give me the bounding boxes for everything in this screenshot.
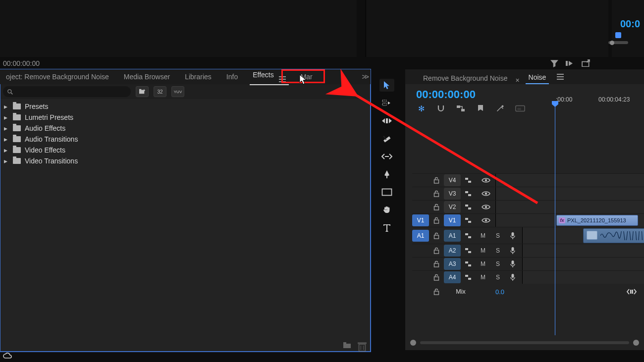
track-select-tool[interactable]	[379, 97, 394, 109]
track-target[interactable]: V3	[444, 188, 461, 200]
32bit-filter-icon[interactable]: 32	[154, 86, 166, 97]
insert-overwrite-icon[interactable]: ✻	[416, 104, 426, 113]
selection-tool[interactable]	[379, 79, 394, 92]
hand-tool[interactable]	[379, 204, 394, 216]
tab-media-browser[interactable]: Media Browser	[121, 71, 173, 83]
solo-button[interactable]: S	[490, 232, 505, 239]
sync-lock-icon[interactable]	[461, 191, 476, 197]
track-target[interactable]: A4	[444, 271, 461, 283]
timeline-ruler[interactable]: :00:00 00:00:04:23	[554, 96, 644, 109]
linked-selection-icon[interactable]	[456, 104, 466, 113]
lock-icon[interactable]	[429, 204, 444, 210]
track-source[interactable]	[412, 174, 429, 186]
sync-lock-icon[interactable]	[461, 204, 476, 210]
type-tool[interactable]	[379, 221, 394, 234]
track-source[interactable]: V1	[412, 214, 429, 226]
program-scrub-marker[interactable]	[608, 32, 628, 44]
slip-tool[interactable]	[379, 150, 394, 163]
export-frame-icon[interactable]	[582, 60, 590, 67]
creative-cloud-icon[interactable]	[2, 351, 13, 360]
settings-icon[interactable]	[495, 104, 505, 113]
zoom-knob-right[interactable]	[633, 340, 639, 346]
tab-info[interactable]: Info	[223, 71, 241, 83]
tree-item[interactable]: ▸Audio Effects	[0, 123, 371, 134]
sync-lock-icon[interactable]	[461, 274, 476, 280]
eye-icon[interactable]	[479, 177, 493, 183]
razor-tool[interactable]	[379, 132, 394, 145]
audio-clip[interactable]	[583, 228, 644, 243]
track-lane[interactable]	[522, 271, 644, 284]
tab-effects[interactable]: Effects	[250, 69, 288, 85]
track-target[interactable]: V4	[444, 174, 461, 186]
trash-icon[interactable]	[358, 342, 367, 350]
voiceover-icon[interactable]	[505, 273, 520, 281]
track-source[interactable]	[412, 258, 429, 270]
track-source[interactable]	[412, 201, 429, 213]
new-bin-icon[interactable]	[136, 86, 149, 97]
eye-icon[interactable]	[479, 217, 493, 223]
track-source[interactable]	[412, 271, 429, 283]
pen-tool[interactable]	[379, 168, 394, 181]
play-range-icon[interactable]	[566, 60, 575, 67]
track-lane[interactable]	[522, 258, 644, 270]
eye-icon[interactable]	[479, 204, 493, 210]
track-lane-a1[interactable]	[522, 227, 644, 244]
expand-audio-icon[interactable]	[626, 289, 637, 295]
tree-item[interactable]: ▸Presets	[0, 101, 371, 112]
lock-icon[interactable]	[429, 288, 444, 295]
filter-icon[interactable]	[550, 60, 559, 67]
lock-icon[interactable]	[429, 217, 444, 224]
eye-icon[interactable]	[479, 191, 493, 197]
track-lane[interactable]	[495, 187, 644, 200]
sync-lock-icon[interactable]	[461, 261, 476, 267]
track-source[interactable]: A1	[412, 230, 429, 242]
mute-button[interactable]: M	[476, 260, 490, 267]
voiceover-icon[interactable]	[505, 232, 520, 240]
lock-icon[interactable]	[429, 177, 444, 184]
tab-project[interactable]: oject: Remove Background Noise	[3, 71, 112, 83]
zoom-knob-left[interactable]	[410, 340, 416, 346]
track-lane[interactable]	[495, 201, 644, 213]
rectangle-tool[interactable]	[379, 186, 394, 199]
sync-lock-icon[interactable]	[461, 233, 476, 239]
tree-item[interactable]: ▸Audio Transitions	[0, 134, 371, 145]
sync-lock-icon[interactable]	[461, 248, 476, 254]
video-clip[interactable]: fx PXL_20211120_155913	[556, 215, 638, 226]
lock-icon[interactable]	[429, 260, 444, 267]
new-folder-icon[interactable]	[343, 342, 352, 350]
sync-lock-icon[interactable]	[461, 177, 476, 183]
captions-icon[interactable]: cc	[515, 104, 525, 113]
effects-search-input[interactable]	[3, 86, 131, 97]
snap-icon[interactable]	[436, 104, 446, 113]
timeline-tab-sequence[interactable]: Remove Background Noise	[420, 72, 510, 84]
track-target[interactable]: V2	[444, 201, 461, 213]
timeline-zoom-bar[interactable]	[410, 338, 639, 347]
yuv-filter-icon[interactable]: YUV	[171, 86, 184, 97]
track-target[interactable]: A2	[444, 245, 461, 257]
ripple-edit-tool[interactable]	[379, 114, 394, 127]
track-target[interactable]: A1	[444, 230, 461, 242]
zoom-track[interactable]	[420, 341, 629, 344]
voiceover-icon[interactable]	[505, 260, 520, 268]
mix-value[interactable]: 0.0	[478, 288, 522, 296]
lock-icon[interactable]	[429, 247, 444, 254]
timeline-tab-noise[interactable]: Noise	[526, 71, 549, 84]
lock-icon[interactable]	[429, 274, 444, 281]
program-timecode[interactable]: 00:0	[620, 18, 640, 30]
track-source[interactable]	[412, 245, 429, 257]
voiceover-icon[interactable]	[505, 247, 520, 255]
close-icon[interactable]: ×	[515, 76, 519, 84]
mute-button[interactable]: M	[476, 232, 490, 239]
panel-menu-icon[interactable]	[279, 76, 286, 82]
tab-libraries[interactable]: Libraries	[182, 71, 215, 83]
marker-icon[interactable]	[476, 104, 485, 113]
solo-button[interactable]: S	[490, 260, 505, 267]
track-lane[interactable]	[522, 244, 644, 257]
lock-icon[interactable]	[429, 232, 444, 239]
source-monitor[interactable]	[0, 0, 357, 57]
tree-item[interactable]: ▸Lumetri Presets	[0, 112, 371, 123]
tree-item[interactable]: ▸Video Effects	[0, 145, 371, 155]
tabs-overflow-icon[interactable]: >>	[362, 72, 368, 81]
track-target[interactable]: A3	[444, 258, 461, 270]
track-target[interactable]: V1	[444, 214, 461, 226]
